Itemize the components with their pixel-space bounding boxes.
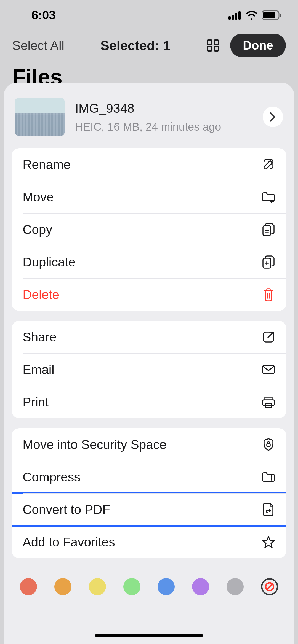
copy-row[interactable]: Copy: [12, 213, 286, 246]
grid-view-icon[interactable]: [206, 39, 220, 52]
move-label: Move: [23, 190, 54, 204]
wifi-icon: [246, 11, 258, 20]
svg-rect-8: [214, 40, 219, 44]
tag-color-orange[interactable]: [54, 578, 71, 595]
convert-pdf-row[interactable]: Convert to PDF: [12, 493, 286, 526]
compress-label: Compress: [23, 470, 81, 484]
copy-icon: [262, 222, 275, 237]
tag-color-purple[interactable]: [192, 578, 209, 595]
status-bar: 6:03: [0, 0, 298, 30]
chevron-right-icon: [269, 112, 277, 122]
security-space-label: Move into Security Space: [23, 437, 167, 452]
rename-label: Rename: [23, 157, 71, 172]
selection-toolbar: Select All Selected: 1 Done: [0, 30, 298, 61]
star-icon: [262, 535, 275, 549]
svg-rect-1: [232, 15, 234, 20]
svg-rect-9: [207, 47, 212, 51]
convert-pdf-icon: [262, 502, 275, 517]
shield-lock-icon: [262, 438, 275, 451]
move-row[interactable]: Move: [12, 181, 286, 213]
print-row[interactable]: Print: [12, 386, 286, 418]
select-all-button[interactable]: Select All: [12, 38, 64, 53]
action-group-file: Rename Move Copy: [12, 148, 286, 311]
action-sheet: IMG_9348 HEIC, 16 MB, 24 minutes ago Ren…: [4, 83, 294, 644]
file-subtitle: HEIC, 16 MB, 24 minutes ago: [75, 121, 252, 133]
svg-rect-0: [228, 16, 231, 20]
svg-rect-14: [263, 365, 274, 374]
battery-icon: [262, 10, 281, 20]
svg-rect-10: [214, 47, 219, 51]
svg-rect-5: [263, 12, 275, 18]
duplicate-row[interactable]: Duplicate: [12, 246, 286, 278]
file-name: IMG_9348: [75, 101, 252, 116]
printer-icon: [262, 395, 275, 409]
svg-rect-2: [235, 13, 237, 20]
selected-count: Selected: 1: [100, 38, 170, 53]
favorite-row[interactable]: Add to Favorites: [12, 526, 286, 558]
rename-row[interactable]: Rename: [12, 148, 286, 181]
share-icon: [262, 330, 275, 344]
print-label: Print: [23, 395, 49, 409]
compress-row[interactable]: Compress: [12, 461, 286, 493]
tag-color-blue[interactable]: [158, 578, 175, 595]
share-label: Share: [23, 330, 57, 344]
copy-label: Copy: [23, 222, 52, 237]
email-row[interactable]: Email: [12, 353, 286, 386]
security-space-row[interactable]: Move into Security Space: [12, 428, 286, 461]
done-button[interactable]: Done: [230, 34, 286, 57]
duplicate-icon: [262, 255, 275, 269]
svg-rect-15: [263, 400, 274, 405]
tag-color-gray[interactable]: [227, 578, 244, 595]
tag-color-yellow[interactable]: [89, 578, 106, 595]
zip-icon: [262, 471, 275, 483]
delete-label: Delete: [23, 287, 59, 302]
status-time: 6:03: [31, 8, 56, 22]
svg-rect-3: [238, 11, 241, 20]
svg-rect-7: [207, 40, 212, 44]
move-icon: [262, 191, 275, 203]
file-header[interactable]: IMG_9348 HEIC, 16 MB, 24 minutes ago: [4, 83, 294, 148]
mail-icon: [262, 364, 275, 375]
tag-color-green[interactable]: [123, 578, 140, 595]
home-indicator[interactable]: [95, 634, 203, 637]
svg-line-19: [267, 584, 272, 589]
tag-color-none[interactable]: [261, 578, 278, 595]
delete-row[interactable]: Delete: [12, 278, 286, 311]
email-label: Email: [23, 362, 54, 377]
share-row[interactable]: Share: [12, 321, 286, 353]
trash-icon: [262, 288, 275, 301]
tag-color-red[interactable]: [20, 578, 37, 595]
no-entry-icon: [264, 581, 275, 592]
svg-rect-6: [280, 14, 281, 17]
favorite-label: Add to Favorites: [23, 535, 115, 549]
rename-icon: [262, 158, 275, 171]
action-group-more: Move into Security Space Compress Conver…: [12, 428, 286, 558]
cellular-icon: [228, 11, 242, 20]
duplicate-label: Duplicate: [23, 255, 76, 270]
convert-pdf-label: Convert to PDF: [23, 502, 110, 517]
file-thumbnail: [15, 98, 65, 136]
action-group-share: Share Email Print: [12, 321, 286, 418]
file-detail-button[interactable]: [263, 107, 283, 127]
tag-color-row: [4, 568, 294, 595]
status-icons: [228, 10, 281, 20]
